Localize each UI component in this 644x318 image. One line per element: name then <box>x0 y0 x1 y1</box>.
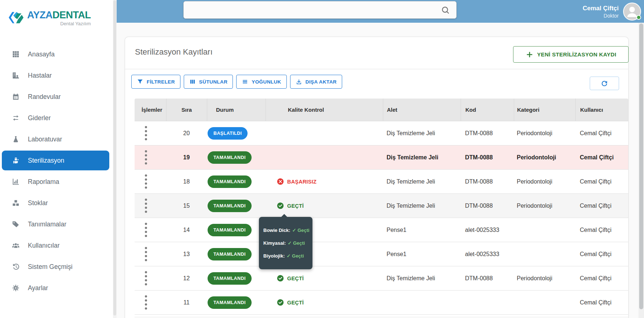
toolbar-button-download[interactable]: DIŞA AKTAR <box>290 75 342 89</box>
toolbar-button-funnel[interactable]: FİLTRELER <box>131 75 180 89</box>
sidebar-item-gear[interactable]: Ayarlar <box>2 278 109 298</box>
page-scrollbar-thumb[interactable] <box>639 23 643 309</box>
users-icon <box>12 241 20 249</box>
column-header-kategori[interactable]: Kategori <box>514 99 575 121</box>
sidebar-item-label: Giderler <box>28 114 51 122</box>
sidebar-item-users[interactable]: Kullanıcılar <box>2 236 109 255</box>
qc-result[interactable]: GEÇTİ <box>277 299 304 306</box>
column-header-alet[interactable]: Alet <box>383 99 461 121</box>
sidebar-item-label: Raporlama <box>28 178 59 186</box>
row-actions-menu-icon[interactable] <box>142 174 150 189</box>
row-actions-menu-icon[interactable] <box>142 247 150 261</box>
status-badge: TAMAMLANDI <box>208 200 252 212</box>
sidebar-item-stock[interactable]: Stoklar <box>2 193 109 213</box>
row-kod: DTM-0088 <box>461 266 514 290</box>
sidebar-item-transfer[interactable]: Giderler <box>2 108 109 128</box>
refresh-button[interactable] <box>590 77 619 90</box>
sidebar-item-chart[interactable]: Raporlama <box>2 172 109 192</box>
status-badge: TAMAMLANDI <box>208 272 252 285</box>
sidebar-scrollbar[interactable] <box>113 0 117 318</box>
sidebar-item-flask[interactable]: Laboratuvar <box>2 129 109 149</box>
row-sira: 14 <box>166 218 207 242</box>
row-actions-menu-icon[interactable] <box>142 223 150 237</box>
avatar[interactable] <box>623 3 641 21</box>
row-kullanici: Cemal Çiftçi <box>575 145 628 169</box>
row-kod: DTM-0088 <box>461 194 514 218</box>
search-input[interactable] <box>184 1 456 18</box>
sidebar-item-label: Sterilizasyon <box>28 157 64 164</box>
row-actions-menu-icon[interactable] <box>142 126 150 140</box>
table-row[interactable]: 13 TAMAMLANDI Pense1 alet-0025333 Cemal … <box>135 242 628 266</box>
sidebar-item-history[interactable]: Sistem Geçmişi <box>2 257 109 277</box>
sidebar-item-patients[interactable]: Hastalar <box>2 66 109 85</box>
sterilization-records-card: Sterilizasyon Kayıtları YENİ STERİLİZASY… <box>125 37 629 318</box>
row-actions-menu-icon[interactable] <box>142 271 150 285</box>
table-row[interactable]: 12 TAMAMLANDI GEÇTİ Diş Temizleme Jeli D… <box>135 266 628 291</box>
qc-result[interactable]: BAŞARISIZ <box>277 178 316 185</box>
row-kategori: Periodontoloji <box>514 121 575 145</box>
row-alet: Diş Temizleme Jeli <box>383 266 461 290</box>
row-kategori: Periodontoloji <box>514 194 575 218</box>
qc-result[interactable]: GEÇTİ <box>277 202 304 210</box>
app-logo[interactable]: AYZADENTAL Dental Yazılım <box>7 10 91 26</box>
sidebar-scrollbar-thumb[interactable] <box>113 0 116 315</box>
table-row[interactable]: 15 TAMAMLANDI GEÇTİ Diş Temizleme Jeli D… <box>135 194 628 218</box>
column-header-durum[interactable]: Durum <box>207 99 266 121</box>
column-header-kalite[interactable]: Kalite Kontrol <box>266 99 383 121</box>
row-alet: Pense1 <box>383 242 461 266</box>
sidebar-item-tag[interactable]: Tanımlamalar <box>2 214 109 234</box>
page-scrollbar[interactable] <box>638 23 644 318</box>
row-actions-menu-icon[interactable] <box>142 199 150 213</box>
row-kod: DTM-0088 <box>461 121 514 145</box>
table-row[interactable]: 14 TAMAMLANDI Pense1 alet-0025333 Cemal … <box>135 218 628 242</box>
row-actions-menu-icon[interactable] <box>142 150 150 164</box>
patients-icon <box>12 71 20 80</box>
table-row[interactable]: 20 BAŞLATILDI Diş Temizleme Jeli DTM-008… <box>135 121 628 145</box>
table-header-row: İşlemlerSıraDurumKalite KontrolAletKodKa… <box>135 99 628 121</box>
status-badge: TAMAMLANDI <box>208 175 252 188</box>
user-name: Cemal Çiftçi <box>583 4 619 12</box>
chart-icon <box>12 178 20 186</box>
table-body: 20 BAŞLATILDI Diş Temizleme Jeli DTM-008… <box>135 121 628 315</box>
columns-icon <box>189 78 196 85</box>
table-row[interactable]: 18 TAMAMLANDI BAŞARISIZ Diş Temizleme Je… <box>135 170 628 194</box>
table-row[interactable]: 19 TAMAMLANDI Diş Temizleme Jeli DTM-008… <box>135 145 628 170</box>
column-header-kullanici[interactable]: Kullanıcı <box>575 99 628 121</box>
row-alet: Pense1 <box>383 218 461 242</box>
toolbar-button-columns[interactable]: SÜTUNLAR <box>184 75 233 89</box>
user-role: Doktor <box>583 12 619 19</box>
sidebar-item-label: Kullanıcılar <box>28 242 60 249</box>
new-sterilization-record-button[interactable]: YENİ STERİLİZASYON KAYDI <box>513 46 629 63</box>
row-kod: alet-0025333 <box>461 242 514 266</box>
column-header-islemler[interactable]: İşlemler <box>135 99 166 121</box>
sidebar-item-calendar[interactable]: Randevular <box>2 87 109 107</box>
row-alet <box>383 291 461 314</box>
tag-icon <box>12 220 20 228</box>
search-icon[interactable] <box>441 5 450 15</box>
table-row[interactable]: 11 TAMAMLANDI GEÇTİ Cemal Çiftçi <box>135 291 628 315</box>
tooltip-line: Bowie Dick: ✓ Geçti <box>263 224 308 237</box>
x-circle-icon <box>277 178 284 185</box>
row-actions-menu-icon[interactable] <box>142 295 150 310</box>
row-sira: 20 <box>166 121 207 145</box>
grid-icon <box>12 50 20 58</box>
row-kullanici: Cemal Çiftçi <box>575 291 628 314</box>
check-circle-icon <box>277 274 284 282</box>
sidebar-item-sterile[interactable]: Sterilizasyon <box>2 151 109 170</box>
column-header-kod[interactable]: Kod <box>461 99 514 121</box>
qc-result[interactable]: GEÇTİ <box>277 274 304 282</box>
row-kullanici: Cemal Çiftçi <box>575 194 628 218</box>
sidebar-nav: Anasayfa Hastalar Randevular Giderler La… <box>0 44 113 299</box>
row-alet: Diş Temizleme Jeli <box>383 121 461 145</box>
sidebar-item-grid[interactable]: Anasayfa <box>2 44 109 64</box>
column-header-sira[interactable]: Sıra <box>166 99 207 121</box>
sidebar-item-label: Anasayfa <box>28 51 55 58</box>
toolbar-button-density[interactable]: YOĞUNLUK <box>236 75 286 89</box>
user-menu[interactable]: Cemal Çiftçi Doktor <box>583 3 641 21</box>
quality-control-tooltip: Bowie Dick: ✓ Geçti Kimyasal: ✓ Geçti Bi… <box>259 217 312 269</box>
sidebar: AYZADENTAL Dental Yazılım Anasayfa Hasta… <box>0 0 113 318</box>
sterilization-table: İşlemlerSıraDurumKalite KontrolAletKodKa… <box>135 99 628 315</box>
row-kod: alet-0025333 <box>461 218 514 242</box>
brand-tagline: Dental Yazılım <box>27 21 91 26</box>
row-sira: 11 <box>166 291 207 314</box>
